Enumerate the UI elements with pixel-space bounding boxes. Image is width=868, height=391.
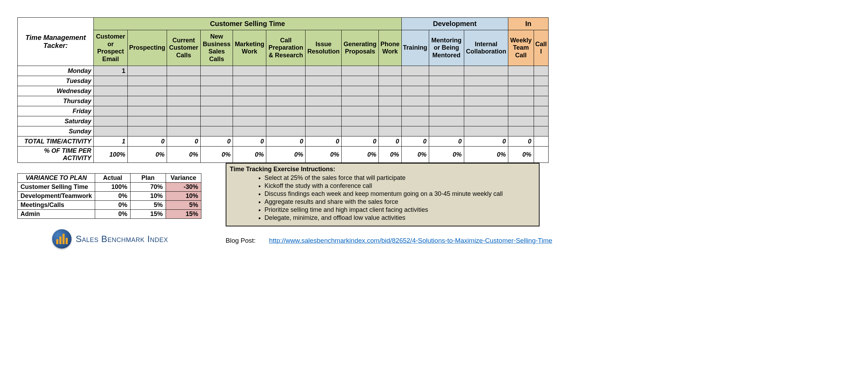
day-cell[interactable] xyxy=(534,116,548,126)
blog-link[interactable]: http://www.salesbenchmarkindex.com/bid/8… xyxy=(269,237,552,244)
day-cell[interactable] xyxy=(200,106,233,116)
day-cell[interactable] xyxy=(534,66,548,76)
day-cell[interactable] xyxy=(167,96,201,106)
day-cell[interactable] xyxy=(508,106,534,116)
day-cell[interactable] xyxy=(266,116,306,126)
day-cell[interactable] xyxy=(128,126,167,136)
day-cell[interactable] xyxy=(200,116,233,126)
day-cell[interactable] xyxy=(233,106,266,116)
day-cell[interactable] xyxy=(508,96,534,106)
day-cell[interactable] xyxy=(401,126,429,136)
day-cell[interactable] xyxy=(128,76,167,86)
day-cell[interactable] xyxy=(464,86,508,96)
day-cell[interactable]: 1 xyxy=(94,66,128,76)
day-cell[interactable] xyxy=(342,126,379,136)
day-cell[interactable] xyxy=(534,96,548,106)
day-cell[interactable] xyxy=(342,116,379,126)
day-cell[interactable] xyxy=(200,76,233,86)
day-cell[interactable] xyxy=(342,86,379,96)
day-cell[interactable] xyxy=(508,66,534,76)
day-cell[interactable] xyxy=(401,96,429,106)
day-cell[interactable] xyxy=(94,86,128,96)
day-cell[interactable] xyxy=(266,126,306,136)
day-cell[interactable] xyxy=(233,116,266,126)
day-cell[interactable] xyxy=(379,96,402,106)
day-cell[interactable] xyxy=(306,86,342,96)
day-cell[interactable] xyxy=(464,106,508,116)
day-cell[interactable] xyxy=(94,116,128,126)
day-cell[interactable] xyxy=(306,66,342,76)
day-cell[interactable] xyxy=(200,96,233,106)
day-cell[interactable] xyxy=(534,86,548,96)
day-cell[interactable] xyxy=(167,66,201,76)
day-cell[interactable] xyxy=(128,66,167,76)
day-cell[interactable] xyxy=(167,126,201,136)
day-cell[interactable] xyxy=(167,86,201,96)
day-cell[interactable] xyxy=(94,106,128,116)
day-cell[interactable] xyxy=(429,116,464,126)
day-cell[interactable] xyxy=(200,126,233,136)
day-cell[interactable] xyxy=(128,86,167,96)
day-cell[interactable] xyxy=(401,116,429,126)
day-cell[interactable] xyxy=(306,96,342,106)
day-cell[interactable] xyxy=(401,106,429,116)
day-cell[interactable] xyxy=(128,96,167,106)
day-cell[interactable] xyxy=(379,116,402,126)
day-cell[interactable] xyxy=(94,126,128,136)
day-cell[interactable] xyxy=(342,96,379,106)
day-cell[interactable] xyxy=(534,76,548,86)
day-cell[interactable] xyxy=(429,86,464,96)
day-cell[interactable] xyxy=(233,126,266,136)
day-cell[interactable] xyxy=(306,106,342,116)
day-cell[interactable] xyxy=(200,86,233,96)
day-cell[interactable] xyxy=(266,106,306,116)
day-cell[interactable] xyxy=(379,76,402,86)
day-cell[interactable] xyxy=(401,76,429,86)
day-cell[interactable] xyxy=(379,126,402,136)
day-cell[interactable] xyxy=(128,116,167,126)
day-cell[interactable] xyxy=(508,116,534,126)
day-cell[interactable] xyxy=(379,106,402,116)
day-cell[interactable] xyxy=(233,86,266,96)
day-cell[interactable] xyxy=(266,76,306,86)
day-cell[interactable] xyxy=(94,96,128,106)
day-cell[interactable] xyxy=(429,96,464,106)
instruction-item: Select at 25% of the sales force that wi… xyxy=(265,174,535,182)
day-cell[interactable] xyxy=(508,126,534,136)
day-cell[interactable] xyxy=(167,116,201,126)
day-cell[interactable] xyxy=(128,106,167,116)
day-cell[interactable] xyxy=(464,126,508,136)
day-cell[interactable] xyxy=(306,116,342,126)
day-cell[interactable] xyxy=(342,66,379,76)
day-cell[interactable] xyxy=(508,86,534,96)
day-cell[interactable] xyxy=(379,66,402,76)
day-cell[interactable] xyxy=(200,66,233,76)
day-cell[interactable] xyxy=(233,66,266,76)
day-cell[interactable] xyxy=(464,76,508,86)
day-cell[interactable] xyxy=(379,86,402,96)
day-cell[interactable] xyxy=(401,66,429,76)
day-cell[interactable] xyxy=(266,66,306,76)
day-cell[interactable] xyxy=(429,66,464,76)
day-cell[interactable] xyxy=(306,76,342,86)
day-cell[interactable] xyxy=(167,106,201,116)
day-cell[interactable] xyxy=(534,126,548,136)
day-cell[interactable] xyxy=(464,116,508,126)
day-cell[interactable] xyxy=(429,76,464,86)
day-cell[interactable] xyxy=(534,106,548,116)
day-cell[interactable] xyxy=(342,106,379,116)
day-cell[interactable] xyxy=(233,76,266,86)
day-cell[interactable] xyxy=(306,126,342,136)
day-cell[interactable] xyxy=(429,126,464,136)
day-cell[interactable] xyxy=(464,96,508,106)
day-cell[interactable] xyxy=(342,76,379,86)
day-cell[interactable] xyxy=(266,96,306,106)
day-cell[interactable] xyxy=(429,106,464,116)
day-cell[interactable] xyxy=(266,86,306,96)
day-cell[interactable] xyxy=(233,96,266,106)
day-cell[interactable] xyxy=(508,76,534,86)
day-cell[interactable] xyxy=(401,86,429,96)
day-cell[interactable] xyxy=(94,76,128,86)
day-cell[interactable] xyxy=(464,66,508,76)
day-cell[interactable] xyxy=(167,76,201,86)
